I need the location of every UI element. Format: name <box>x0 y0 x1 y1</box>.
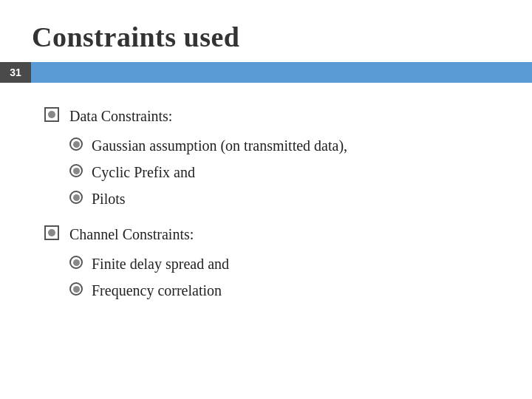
checkbox-icon-channel <box>44 225 59 240</box>
sub-bullet-item: Gaussian assumption (on transmitted data… <box>69 134 488 157</box>
data-constraints-block: Data Constraints: Gaussian assumption (o… <box>44 105 488 210</box>
sub-bullet-item: Finite delay spread and <box>69 253 488 275</box>
channel-sub-bullets: Finite delay spread and Frequency correl… <box>44 253 488 301</box>
slide-container: Constraints used 31 Data Constraints: Ga… <box>0 0 532 399</box>
content-area: Data Constraints: Gaussian assumption (o… <box>0 83 532 330</box>
data-sub-bullets: Gaussian assumption (on transmitted data… <box>44 134 488 210</box>
circle-icon-3 <box>69 191 83 204</box>
sub-bullet-text-cyclic: Cyclic Prefix and <box>92 161 195 183</box>
sub-bullet-item: Cyclic Prefix and <box>69 161 488 183</box>
title-area: Constraints used <box>0 0 532 62</box>
slide-number: 31 <box>0 62 31 83</box>
channel-constraints-block: Channel Constraints: Finite delay spread… <box>44 223 488 301</box>
circle-icon-1 <box>69 137 83 151</box>
bullet-item-data: Data Constraints: <box>44 105 488 127</box>
circle-icon-2 <box>69 164 83 177</box>
sub-bullet-text-finite: Finite delay spread and <box>92 253 229 275</box>
bullet-item-channel: Channel Constraints: <box>44 223 488 245</box>
circle-icon-4 <box>69 256 83 269</box>
sub-bullet-text-pilots: Pilots <box>92 188 126 210</box>
sub-bullet-text-frequency: Frequency correlation <box>92 279 222 301</box>
sub-bullet-item: Frequency correlation <box>69 279 488 301</box>
checkbox-icon-data <box>44 107 59 122</box>
circle-icon-5 <box>69 282 83 296</box>
slide-title: Constraints used <box>32 21 500 53</box>
bullet-label-data: Data Constraints: <box>69 105 172 127</box>
slide-number-bar: 31 <box>0 62 532 83</box>
bullet-label-channel: Channel Constraints: <box>69 223 194 245</box>
sub-bullet-item: Pilots <box>69 188 488 210</box>
sub-bullet-text-gaussian: Gaussian assumption (on transmitted data… <box>92 134 347 157</box>
